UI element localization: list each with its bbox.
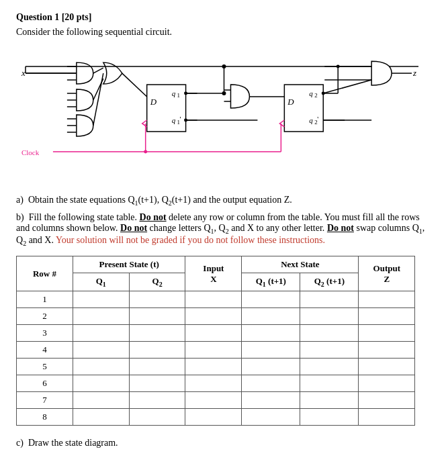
table-row: 7 [17, 391, 415, 408]
part-b-text: Fill the following state table. Do not d… [16, 212, 424, 245]
table-cell [300, 341, 359, 358]
table-cell [300, 375, 359, 391]
col-next-state-header: Next State [242, 256, 359, 273]
table-cell [359, 341, 415, 358]
table-row: 2 [17, 307, 415, 324]
question-title: Question 1 [20 pts] [16, 12, 432, 23]
svg-text:q: q [309, 116, 313, 124]
table-cell [129, 307, 185, 324]
table-cell [73, 307, 129, 324]
table-cell [185, 408, 242, 425]
svg-point-48 [144, 150, 147, 153]
table-cell [185, 291, 242, 307]
table-cell [242, 291, 300, 307]
svg-line-59 [122, 73, 147, 97]
table-cell [242, 324, 300, 341]
table-cell [359, 307, 415, 324]
table-cell [73, 391, 129, 408]
table-cell [129, 341, 185, 358]
row-number: 4 [17, 341, 73, 358]
svg-text:x: x [21, 68, 26, 78]
table-cell [129, 324, 185, 341]
col-row-header: Row # [17, 256, 73, 291]
table-cell [242, 375, 300, 391]
col-q1t1-header: Q1 (t+1) [242, 273, 300, 291]
table-cell [300, 307, 359, 324]
svg-text:D: D [287, 97, 294, 107]
part-a-text: Obtain the state equations Q1(t+1), Q2(t… [28, 195, 292, 205]
table-cell [185, 391, 242, 408]
row-number: 2 [17, 307, 73, 324]
table-cell [242, 307, 300, 324]
table-cell [73, 408, 129, 425]
table-row: 8 [17, 408, 415, 425]
svg-text:': ' [317, 115, 318, 123]
svg-point-37 [222, 91, 226, 95]
col-q2t1-header: Q2 (t+1) [300, 273, 359, 291]
table-cell [73, 341, 129, 358]
row-number: 6 [17, 375, 73, 391]
svg-text:z: z [412, 68, 416, 78]
part-a-label: a) [16, 195, 24, 205]
table-cell [73, 324, 129, 341]
part-b: b) Fill the following state table. Do no… [16, 212, 432, 247]
table-cell [359, 391, 415, 408]
table-cell [185, 341, 242, 358]
svg-text:q: q [172, 116, 176, 124]
part-a: a) Obtain the state equations Q1(t+1), Q… [16, 195, 432, 207]
svg-line-42 [323, 80, 371, 93]
svg-point-57 [337, 65, 340, 68]
table-cell [300, 291, 359, 307]
part-c: c) Draw the state diagram. [16, 438, 432, 448]
circuit-diagram: x D q 1 q 1 ' [16, 44, 432, 185]
col-present-state-header: Present State (t) [73, 256, 185, 273]
col-input-header: InputX [185, 256, 242, 291]
table-cell [300, 358, 359, 375]
table-cell [185, 375, 242, 391]
svg-point-55 [322, 92, 325, 95]
svg-point-53 [184, 118, 187, 122]
svg-text:Clock: Clock [21, 148, 40, 156]
table-cell [185, 324, 242, 341]
svg-line-13 [93, 73, 103, 126]
table-cell [129, 291, 185, 307]
svg-text:D: D [150, 97, 157, 107]
table-cell [73, 291, 129, 307]
row-number: 7 [17, 391, 73, 408]
table-cell [73, 375, 129, 391]
part-c-label: c) [16, 438, 24, 448]
col-q1-header: Q1 [73, 273, 129, 291]
col-output-header: OutputZ [359, 256, 415, 291]
table-row: 5 [17, 358, 415, 375]
table-cell [242, 408, 300, 425]
table-cell [185, 307, 242, 324]
table-cell [359, 375, 415, 391]
table-cell [129, 358, 185, 375]
part-c-text: Draw the state diagram. [28, 438, 118, 448]
svg-text:': ' [180, 115, 181, 123]
table-cell [359, 291, 415, 307]
svg-point-51 [184, 92, 187, 95]
table-cell [129, 391, 185, 408]
table-cell [359, 408, 415, 425]
table-row: 1 [17, 291, 415, 307]
svg-text:1: 1 [177, 92, 180, 99]
intro-text: Consider the following sequential circui… [16, 27, 432, 38]
row-number: 5 [17, 358, 73, 375]
table-cell [242, 358, 300, 375]
svg-text:q: q [172, 89, 176, 97]
svg-text:q: q [309, 89, 313, 97]
svg-line-11 [93, 68, 103, 73]
state-table: Row # Present State (t) InputX Next Stat… [16, 256, 415, 426]
col-q2-header: Q2 [129, 273, 185, 291]
table-cell [242, 391, 300, 408]
part-b-label: b) [16, 212, 24, 222]
table-cell [242, 341, 300, 358]
table-row: 3 [17, 324, 415, 341]
table-cell [129, 408, 185, 425]
table-row: 4 [17, 341, 415, 358]
table-cell [359, 358, 415, 375]
row-number: 3 [17, 324, 73, 341]
row-number: 1 [17, 291, 73, 307]
table-cell [129, 375, 185, 391]
